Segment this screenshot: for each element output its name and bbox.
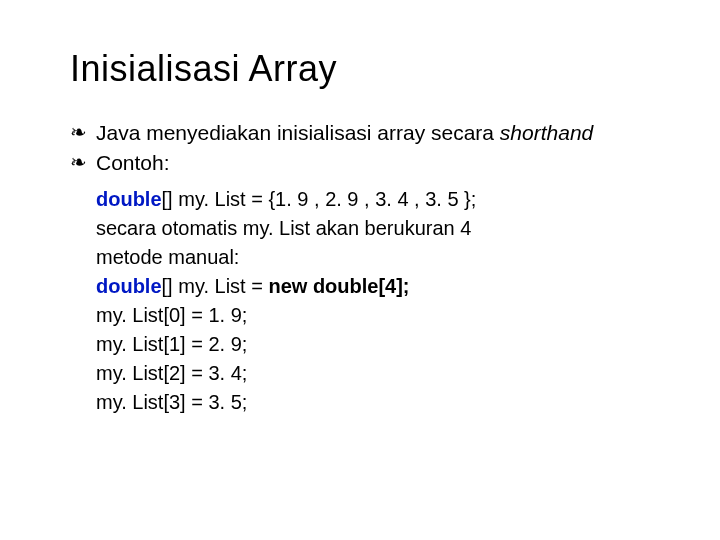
code-block: double[] my. List = {1. 9 , 2. 9 , 3. 4 … bbox=[96, 185, 650, 417]
slide-title: Inisialisasi Array bbox=[70, 48, 650, 90]
bullet-text: Java menyediakan inisialisasi array seca… bbox=[96, 121, 500, 144]
code-bold: new double[4]; bbox=[268, 275, 409, 297]
bullet-list: Java menyediakan inisialisasi array seca… bbox=[70, 118, 650, 179]
code-line: my. List[3] = 3. 5; bbox=[96, 388, 650, 417]
code-line: my. List[1] = 2. 9; bbox=[96, 330, 650, 359]
code-text: [] my. List = bbox=[162, 275, 269, 297]
code-line: double[] my. List = new double[4]; bbox=[96, 272, 650, 301]
code-line: my. List[2] = 3. 4; bbox=[96, 359, 650, 388]
slide: Inisialisasi Array Java menyediakan inis… bbox=[0, 0, 720, 417]
code-line: my. List[0] = 1. 9; bbox=[96, 301, 650, 330]
bullet-item: Contoh: bbox=[70, 148, 650, 178]
code-line: metode manual: bbox=[96, 243, 650, 272]
code-line: secara otomatis my. List akan berukuran … bbox=[96, 214, 650, 243]
code-line: double[] my. List = {1. 9 , 2. 9 , 3. 4 … bbox=[96, 185, 650, 214]
keyword: double bbox=[96, 275, 162, 297]
code-text: [] my. List = {1. 9 , 2. 9 , 3. 4 , 3. 5… bbox=[162, 188, 477, 210]
bullet-text: Contoh: bbox=[96, 151, 170, 174]
bullet-item: Java menyediakan inisialisasi array seca… bbox=[70, 118, 650, 148]
keyword: double bbox=[96, 188, 162, 210]
bullet-emphasis: shorthand bbox=[500, 121, 593, 144]
